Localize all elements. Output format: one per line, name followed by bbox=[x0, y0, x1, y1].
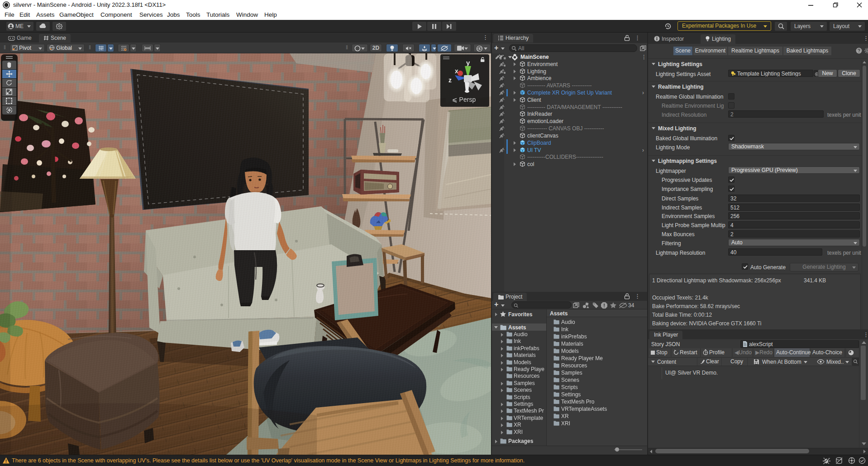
svg-text:z: z bbox=[448, 76, 452, 84]
svg-text:y: y bbox=[466, 59, 470, 67]
